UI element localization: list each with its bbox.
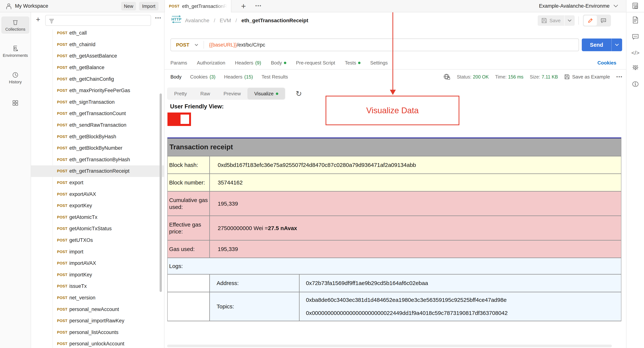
sidebar-request-item[interactable]: POSTpersonal_unlockAccount <box>31 338 164 348</box>
sidebar-item-environments[interactable]: Environments <box>1 42 29 60</box>
tab-more-button[interactable]: ••• <box>255 0 262 12</box>
sidebar-request-item[interactable]: POSTeth_getChainConfig <box>31 73 164 85</box>
method-dropdown[interactable]: POST <box>171 42 204 48</box>
sidebar-request-item[interactable]: POSTgetAtomicTx <box>31 212 164 223</box>
sidebar-request-item[interactable]: POSTeth_getBalance <box>31 62 164 74</box>
cookies-link[interactable]: Cookies <box>598 56 616 69</box>
address-label-cell: Address: <box>210 274 300 292</box>
time-badge[interactable]: Time: 156 ms <box>495 74 524 80</box>
request-tab-authorization[interactable]: Authorization <box>197 60 226 66</box>
new-button[interactable]: New <box>121 2 136 10</box>
refresh-icon[interactable]: ↻ <box>296 88 302 100</box>
collection-sidebar: + ••• POSTeth_callPOSTeth_chainIdPOSTeth… <box>31 12 164 348</box>
response-tab-headers[interactable]: Headers(15) <box>224 74 253 80</box>
comments-button[interactable] <box>626 33 644 41</box>
response-tab-test-results[interactable]: Test Results <box>262 74 288 80</box>
sidebar-request-item[interactable]: POSTeth_getAssetBalance <box>31 50 164 62</box>
environment-quick-look-button[interactable] <box>626 0 644 12</box>
save-button[interactable]: Save <box>538 15 564 26</box>
request-tab-params[interactable]: Params <box>170 60 187 66</box>
sidebar-request-item[interactable]: POSTgetAtomicTxStatus <box>31 223 164 234</box>
response-tab-cookies[interactable]: Cookies(3) <box>190 74 216 80</box>
status-badge[interactable]: Status: 200 OK <box>457 74 489 80</box>
view-tab-raw[interactable]: Raw <box>194 88 217 100</box>
url-input[interactable]: {{baseURL}}/ext/bc/C/rpc <box>209 42 265 48</box>
sidebar-request-item[interactable]: POSTeth_call <box>31 27 164 39</box>
documentation-button[interactable] <box>626 16 644 24</box>
info-button[interactable] <box>626 80 644 88</box>
sidebar-request-item[interactable]: POSTexportAVAX <box>31 188 164 200</box>
add-collection-button[interactable]: + <box>36 15 40 24</box>
breadcrumb-request[interactable]: eth_getTransactionReceipt <box>242 18 308 23</box>
sidebar-request-item[interactable]: POSTissueTx <box>31 280 164 292</box>
request-tab-settings[interactable]: Settings <box>370 60 388 66</box>
response-more-button[interactable]: ••• <box>616 74 623 80</box>
environments-icon <box>12 45 19 52</box>
tab-count: (9) <box>255 60 261 66</box>
save-as-example-button[interactable]: Save as Example <box>564 74 610 80</box>
workspace-title[interactable]: My Workspace <box>15 0 48 12</box>
annotation-arrow-head <box>390 90 396 95</box>
send-options-button[interactable] <box>611 38 622 51</box>
url-bar[interactable]: POST {{baseURL}}/ext/bc/C/rpc <box>170 38 579 51</box>
sidebar-request-item[interactable]: POSTeth_signTransaction <box>31 96 164 108</box>
request-name: personal_listAccounts <box>69 330 118 335</box>
size-badge[interactable]: Size: 7.11 KB <box>530 74 558 80</box>
sidebar-request-item[interactable]: POSTpersonal_listAccounts <box>31 326 164 338</box>
breadcrumb-collection[interactable]: Avalanche <box>185 18 209 23</box>
request-name: net_version <box>69 295 96 301</box>
sidebar-more-button[interactable]: ••• <box>155 15 162 20</box>
documentation-icon <box>632 16 639 24</box>
request-tab-tests[interactable]: Tests <box>345 60 360 66</box>
top-bar: My Workspace New Import POST eth_getTran… <box>0 0 644 12</box>
comment-mode-button[interactable] <box>597 16 610 26</box>
sidebar-request-item[interactable]: POSTimportKey <box>31 269 164 280</box>
sidebar-request-item[interactable]: POSTnet_version <box>31 292 164 304</box>
sidebar-request-item[interactable]: POSTeth_getTransactionByHash <box>31 154 164 166</box>
code-snippet-button[interactable]: </> <box>626 50 644 56</box>
request-tab-pre-request-script[interactable]: Pre-request Script <box>296 60 335 66</box>
left-rail: Collections Environments History <box>0 12 31 348</box>
user-friendly-toggle[interactable] <box>168 112 191 126</box>
request-tab-body[interactable]: Body <box>271 60 286 66</box>
request-name: eth_getBlockByHash <box>69 134 116 140</box>
save-options-button[interactable] <box>564 15 575 26</box>
breadcrumb-folder[interactable]: EVM <box>220 18 231 23</box>
environment-selector[interactable]: Example-Avalanche-Environme <box>539 0 618 12</box>
horizontal-scrollbar[interactable] <box>167 345 612 347</box>
sidebar-item-more-apps[interactable] <box>1 97 29 108</box>
view-tab-preview[interactable]: Preview <box>217 88 248 100</box>
log-index-cell <box>168 274 210 292</box>
response-tab-body[interactable]: Body <box>170 74 182 80</box>
response-tabs-row: BodyCookies(3)Headers(15)Test Results St… <box>164 70 626 84</box>
pull-request-ideas-button[interactable] <box>626 64 644 72</box>
sidebar-request-item[interactable]: POSTpersonal_newAccount <box>31 304 164 315</box>
open-request-tab[interactable]: POST eth_getTransactionRece <box>164 0 231 12</box>
sidebar-request-item[interactable]: POSTeth_sendRawTransaction <box>31 120 164 131</box>
sidebar-item-collections[interactable]: Collections <box>1 16 29 34</box>
add-tab-button[interactable]: + <box>241 0 246 12</box>
sidebar-request-item[interactable]: POSTpersonal_importRawKey <box>31 315 164 327</box>
view-tab-visualize[interactable]: Visualize <box>248 88 285 100</box>
sidebar-request-item[interactable]: POSTeth_chainId <box>31 39 164 50</box>
sidebar-request-item[interactable]: POSTimport <box>31 246 164 258</box>
sidebar-request-item[interactable]: POSTeth_getBlockByHash <box>31 131 164 142</box>
view-tab-pretty[interactable]: Pretty <box>168 88 194 100</box>
edit-mode-button[interactable] <box>584 16 597 26</box>
filter-input[interactable] <box>45 15 151 26</box>
sidebar-request-item[interactable]: POSTimportAVAX <box>31 258 164 269</box>
sidebar-request-item[interactable]: POSTgetUTXOs <box>31 234 164 246</box>
request-name: personal_newAccount <box>69 306 119 312</box>
sidebar-request-item[interactable]: POSTexport <box>31 177 164 188</box>
topics-value-cell: 0xba8de60c3403ec381d1d484652ea1980e3c3e5… <box>300 292 621 321</box>
send-button[interactable]: Send <box>582 38 622 51</box>
sidebar-item-history[interactable]: History <box>1 69 29 86</box>
sidebar-request-item[interactable]: POSTeth_getBlockByNumber <box>31 142 164 154</box>
sidebar-request-item[interactable]: POSTexportKey <box>31 200 164 212</box>
sidebar-request-item[interactable]: POSTeth_getTransactionCount <box>31 108 164 120</box>
sidebar-request-item[interactable]: POSTeth_maxPriorityFeePerGas <box>31 85 164 96</box>
sidebar-request-item[interactable]: POSTeth_getTransactionReceipt <box>31 166 164 177</box>
sidebar-scrollbar[interactable] <box>160 94 162 292</box>
import-button[interactable]: Import <box>139 2 158 10</box>
request-tab-headers[interactable]: Headers(9) <box>235 60 261 66</box>
